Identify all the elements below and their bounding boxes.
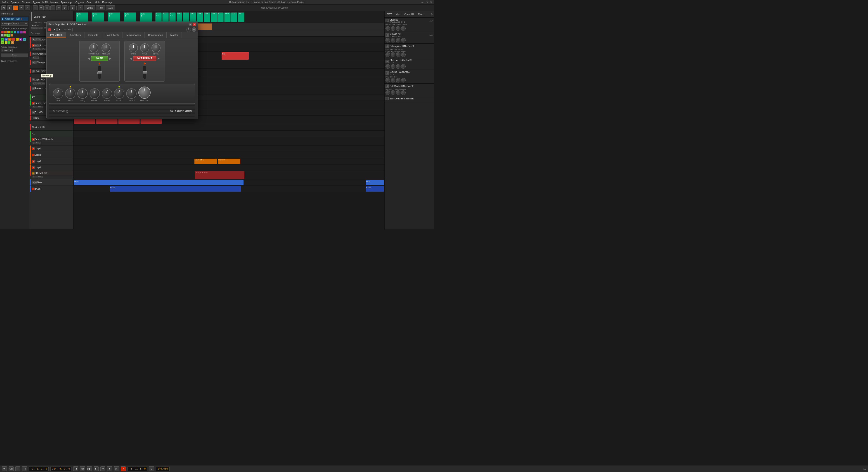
vst-ch4-k4[interactable] xyxy=(401,64,406,69)
clip-loop3-1[interactable]: Loop3 (15 i ↓ xyxy=(194,159,217,164)
event-b[interactable]: B xyxy=(4,38,8,41)
accents-btn4[interactable]: q xyxy=(40,48,42,50)
track-electronic[interactable]: Electronic Kit xyxy=(29,124,73,131)
track-loop2[interactable]: ● Loop2 xyxy=(29,152,73,158)
chord-clip-emin3[interactable]: EMin xyxy=(204,12,210,22)
plugin-close[interactable]: ✕ xyxy=(193,23,196,26)
dr-btn2[interactable]: f xyxy=(35,106,37,108)
vst-ch2-pan-knob[interactable] xyxy=(391,38,395,42)
overdrive-button[interactable]: OVERDRIVE xyxy=(133,56,156,61)
chord-clip-am[interactable]: Am xyxy=(238,12,244,22)
plugin-tab-amplifiers[interactable]: Amplifiers xyxy=(66,32,85,38)
crashes-btn2[interactable]: f xyxy=(35,57,37,59)
dfr-btn1[interactable]: e xyxy=(33,142,35,144)
gate-fader-track1[interactable] xyxy=(98,65,101,79)
event-c[interactable]: C xyxy=(8,38,11,41)
vst-ch6-k1[interactable] xyxy=(385,90,390,95)
accents-solo[interactable]: S xyxy=(37,44,40,47)
eq-freq2-knob[interactable] xyxy=(102,88,112,99)
plugin-preset[interactable]: Default xyxy=(63,28,72,31)
plugin-tab-preeffects[interactable]: Pre-Effects xyxy=(46,32,66,38)
track-drumsreverb[interactable]: ● Drums FX Reverb xyxy=(29,137,73,142)
color-lime[interactable] xyxy=(4,34,7,37)
arranger-chain[interactable]: Arranger Chain 1 ▼ xyxy=(1,22,28,26)
event-d[interactable]: D xyxy=(12,38,16,41)
vst-ch3-k1[interactable] xyxy=(385,53,390,57)
vst-ch6-k2[interactable] xyxy=(391,90,395,95)
mode-select[interactable]: Конец xyxy=(1,48,13,52)
tool-zoom[interactable]: ⊕ xyxy=(62,5,67,10)
eq-himid-knob[interactable] xyxy=(114,88,124,99)
toolbar-w[interactable]: W xyxy=(19,5,24,10)
plugin-next[interactable]: ▶ xyxy=(57,28,62,31)
gate-fader-thumb1[interactable] xyxy=(97,71,102,74)
vst-ch2-vol-knob[interactable] xyxy=(385,38,390,42)
stop-button[interactable]: Стоп xyxy=(1,54,28,57)
drums-fold-icon[interactable]: ▼ xyxy=(32,38,35,41)
chord-clip-emin2[interactable]: EMin xyxy=(197,12,203,22)
chord-clip-d2[interactable]: DGC xyxy=(169,12,176,22)
loop2-record[interactable]: ● xyxy=(32,154,35,156)
crashes-solo[interactable]: S xyxy=(35,53,37,55)
clip-bass-right[interactable]: Bass xyxy=(366,180,384,185)
window-minimize[interactable]: ─ xyxy=(422,1,424,4)
menu-item-file[interactable]: Файл xyxy=(2,1,8,4)
vst-ch5-k1[interactable] xyxy=(385,78,390,82)
lk12-btn1[interactable]: R xyxy=(33,82,35,85)
color-a[interactable] xyxy=(7,34,10,37)
tool-draw[interactable]: ✏ xyxy=(39,5,44,10)
vst-ch1-ret-knob[interactable] xyxy=(401,26,406,31)
ozzy-mute[interactable]: M xyxy=(32,111,35,114)
vst-ch1-pan-knob[interactable] xyxy=(391,26,395,31)
chord-clip-3[interactable]: EMinG xyxy=(108,12,120,22)
vst-ch5-k3[interactable] xyxy=(396,78,400,82)
crashes-btn3[interactable]: q xyxy=(37,57,39,59)
toolbar-s[interactable]: S xyxy=(7,5,12,10)
drums-solo[interactable]: S xyxy=(38,38,41,41)
gate-arrow-left[interactable]: ◀ xyxy=(88,57,90,60)
vst-panel-settings-icon[interactable]: ⚙ xyxy=(431,13,433,16)
grid-select[interactable]: Сетка xyxy=(84,5,95,10)
chord-clip-emin4[interactable]: EMin xyxy=(211,12,217,22)
plugin-minimize[interactable]: ─ xyxy=(189,23,192,26)
event-e[interactable]: E xyxy=(16,38,19,41)
eq-lomid-knob[interactable] xyxy=(90,88,100,99)
dr-btn3[interactable]: Русть xyxy=(37,106,42,108)
tool-select[interactable]: ⊹ xyxy=(51,5,55,10)
chord-clip-d[interactable]: DGC xyxy=(155,12,162,22)
color-brown[interactable] xyxy=(10,34,13,37)
crashes-mute[interactable]: M xyxy=(32,53,35,55)
event-k[interactable]: K xyxy=(11,41,14,44)
sections-btn2[interactable]: Цикл xyxy=(38,27,43,29)
menu-item-studio[interactable]: Студия xyxy=(75,1,84,4)
chord-clip-1[interactable]: EMinG xyxy=(76,12,88,22)
vintage-solo[interactable]: S xyxy=(35,61,37,64)
vst-ch3-k4[interactable] xyxy=(401,53,406,57)
overdrive-arrow-right[interactable]: ▶ xyxy=(158,57,160,60)
event-h[interactable]: H xyxy=(1,41,4,44)
db-btn3[interactable]: Русть xyxy=(37,176,42,178)
plugin-prev[interactable]: ◀ xyxy=(52,28,57,31)
chord-clip-e[interactable]: E xyxy=(217,12,224,22)
crashes-btn1[interactable]: e xyxy=(33,57,35,59)
snap-on[interactable]: ⌗ xyxy=(78,5,83,10)
chord-clip-gc3[interactable]: G C xyxy=(190,12,196,22)
plugin-tab-master[interactable]: Master xyxy=(167,32,182,38)
toolbar-m[interactable]: M xyxy=(1,5,6,10)
color-yellow[interactable] xyxy=(7,31,10,33)
menu-item-transport[interactable]: Транспорт xyxy=(61,1,73,4)
gate-button[interactable]: GATE xyxy=(91,56,107,61)
loop4-record[interactable]: ● xyxy=(32,166,35,169)
color-purple[interactable] xyxy=(20,31,23,33)
vst-ch4-k2[interactable] xyxy=(391,64,395,69)
overdrive-arrow-left[interactable]: ◀ xyxy=(130,57,132,60)
overdrive-fader-track1[interactable] xyxy=(143,65,146,79)
accents-btn2[interactable]: e xyxy=(35,48,37,50)
color-cyan[interactable] xyxy=(13,31,16,33)
track-loop3[interactable]: ● Loop3 xyxy=(29,158,73,165)
plugin-tab-posteffects[interactable]: Post-Effects xyxy=(102,32,123,38)
plugin-tab-microphones[interactable]: Microphones xyxy=(123,32,145,38)
vst-ch5-k2[interactable] xyxy=(391,78,395,82)
color-red[interactable] xyxy=(1,31,4,33)
tool-mute[interactable]: ⊗ xyxy=(70,5,75,10)
